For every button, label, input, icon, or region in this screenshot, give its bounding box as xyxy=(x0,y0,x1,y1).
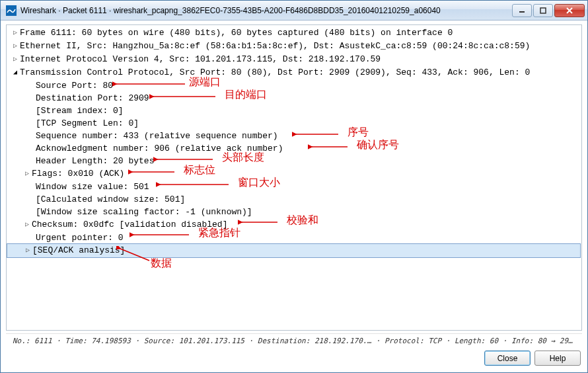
svg-rect-2 xyxy=(540,8,546,13)
tree-label: Destination Port: 2909 xyxy=(36,93,149,103)
caret-right-icon[interactable]: ▷ xyxy=(12,53,18,65)
tree-hdr-len[interactable]: Header Length: 20 bytes xyxy=(7,155,581,167)
tree-label: [Window size scaling factor: -1 (unknown… xyxy=(36,207,252,217)
tree-label: Sequence number: 433 (relative sequence … xyxy=(36,131,278,141)
packet-tree[interactable]: ▷Frame 6111: 60 bytes on wire (480 bits)… xyxy=(6,24,582,331)
tree-seg-len[interactable]: [TCP Segment Len: 0] xyxy=(7,117,581,130)
tree-urgent[interactable]: Urgent pointer: 0 xyxy=(7,231,581,244)
tree-ip[interactable]: ▷Internet Protocol Version 4, Src: 101.2… xyxy=(7,53,581,66)
tree-checksum[interactable]: ▷Checksum: 0x0dfc [validation disabled] xyxy=(7,218,581,231)
help-button[interactable]: Help xyxy=(534,351,581,366)
button-label: Help xyxy=(550,354,566,363)
tree-src-port[interactable]: Source Port: 80 xyxy=(7,79,581,92)
window-controls xyxy=(511,4,585,17)
wireshark-icon xyxy=(6,5,17,16)
caret-right-icon[interactable]: ▷ xyxy=(12,26,18,39)
caret-right-icon[interactable]: ▷ xyxy=(24,218,30,231)
caret-right-icon[interactable]: ▷ xyxy=(24,167,30,180)
tree-frame[interactable]: ▷Frame 6111: 60 bytes on wire (480 bits)… xyxy=(7,26,581,40)
titlebar: Wireshark · Packet 6111 · wireshark_pcap… xyxy=(1,1,587,21)
tree-dst-port[interactable]: Destination Port: 2909 xyxy=(7,92,581,104)
tree-label: Acknowledgment number: 906 (relative ack… xyxy=(36,144,283,153)
close-button[interactable]: Close xyxy=(484,351,531,366)
tree-tcp[interactable]: ◢Transmission Control Protocol, Src Port… xyxy=(7,66,581,79)
maximize-button[interactable] xyxy=(533,4,553,17)
tree-label: Ethernet II, Src: Hangzhou_5a:8c:ef (58:… xyxy=(20,41,530,51)
caret-down-icon[interactable]: ◢ xyxy=(12,66,18,79)
tree-label: Checksum: 0x0dfc [validation disabled] xyxy=(32,220,227,229)
minimize-button[interactable] xyxy=(512,4,532,17)
tree-label: Urgent pointer: 0 xyxy=(36,233,124,243)
tree-ethernet[interactable]: ▷Ethernet II, Src: Hangzhou_5a:8c:ef (58… xyxy=(7,40,581,53)
tree-label: [SEQ/ACK analysis] xyxy=(32,245,125,255)
tree-win[interactable]: Window size value: 501 xyxy=(7,181,581,193)
tree-label: Internet Protocol Version 4, Src: 101.20… xyxy=(20,54,381,64)
caret-right-icon[interactable]: ▷ xyxy=(24,244,31,257)
tree-label: [TCP Segment Len: 0] xyxy=(36,118,139,128)
tree-label: Source Port: 80 xyxy=(36,81,113,91)
tree-label: Window size value: 501 xyxy=(36,182,149,192)
tree-ack[interactable]: Acknowledgment number: 906 (relative ack… xyxy=(7,142,581,155)
close-window-button[interactable] xyxy=(554,4,585,17)
window-title: Wireshark · Packet 6111 · wireshark_pcap… xyxy=(20,6,511,15)
tree-scaling[interactable]: [Window size scaling factor: -1 (unknown… xyxy=(7,206,581,218)
annot-data: 数据 xyxy=(151,257,172,269)
tree-stream-index[interactable]: [Stream index: 0] xyxy=(7,104,581,117)
tree-label: Flags: 0x010 (ACK) xyxy=(32,169,124,179)
tree-label: Transmission Control Protocol, Src Port:… xyxy=(20,67,530,77)
tree-seqack[interactable]: ▷[SEQ/ACK analysis] xyxy=(7,243,581,258)
dialog-buttons: Close Help xyxy=(1,347,587,372)
tree-label: [Stream index: 0] xyxy=(36,106,124,116)
tree-flags[interactable]: ▷Flags: 0x010 (ACK) xyxy=(7,167,581,181)
status-bar: No.: 6111 · Time: 74.198593 · Source: 10… xyxy=(6,333,582,347)
tree-calc-win[interactable]: [Calculated window size: 501] xyxy=(7,193,581,206)
tree-seq[interactable]: Sequence number: 433 (relative sequence … xyxy=(7,130,581,142)
tree-label: Frame 6111: 60 bytes on wire (480 bits),… xyxy=(20,28,453,38)
button-label: Close xyxy=(497,354,518,363)
tree-label: [Calculated window size: 501] xyxy=(36,194,185,204)
tree-label: Header Length: 20 bytes xyxy=(36,156,154,166)
packet-window: Wireshark · Packet 6111 · wireshark_pcap… xyxy=(0,0,588,373)
caret-right-icon[interactable]: ▷ xyxy=(12,40,18,52)
